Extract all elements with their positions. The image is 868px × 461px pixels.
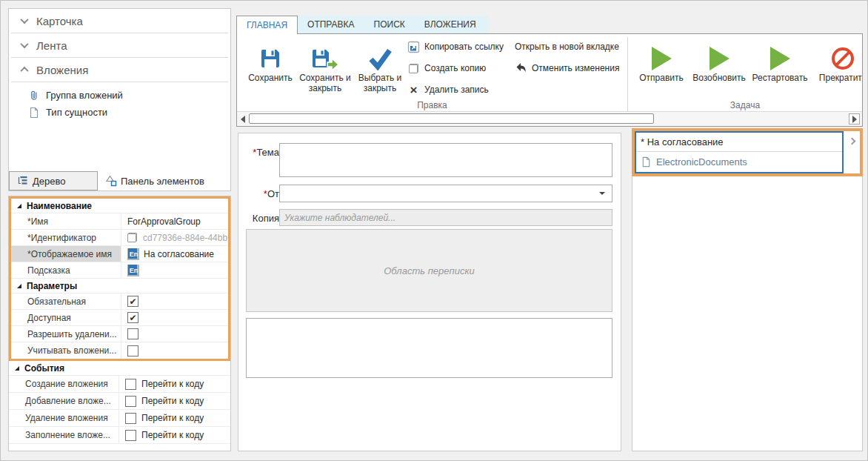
save-button[interactable]: Сохранить	[244, 36, 296, 93]
prohibition-icon	[832, 44, 854, 73]
copy-link-button[interactable]: Копировать ссылку	[407, 39, 504, 54]
scrollbar-thumb[interactable]	[249, 113, 654, 124]
select-and-close-button[interactable]: Выбрать и закрыть	[354, 36, 406, 93]
go-to-code-link[interactable]: Перейти к коду	[141, 430, 204, 440]
checkbox[interactable]	[125, 430, 136, 441]
correspondence-placeholder: Область переписки	[384, 265, 475, 276]
property-value-input[interactable]: ForApprovalGroup	[121, 213, 228, 229]
attachments-children: Группа вложений Тип сущности	[9, 82, 230, 121]
event-row-add: Добавление вложе... Перейти к коду	[9, 393, 230, 410]
checkbox[interactable]	[125, 396, 136, 407]
tree-item-label: Группа вложений	[46, 90, 123, 101]
toolbox-icon	[105, 175, 117, 187]
copy-icon[interactable]	[127, 233, 137, 242]
property-label[interactable]: *Отображаемое имя	[11, 246, 121, 262]
property-value-input[interactable]: En На согласование	[121, 246, 228, 262]
go-to-code-link[interactable]: Перейти к коду	[141, 413, 204, 423]
button-label: Отправить	[639, 73, 684, 83]
property-value-cell	[121, 342, 228, 359]
restart-button[interactable]: Рестартовать	[748, 36, 812, 83]
property-group-header-params[interactable]: Параметры	[11, 279, 228, 293]
tree-item-entity-type[interactable]: Тип сущности	[28, 104, 230, 121]
tab-toolbox[interactable]: Панель элементов	[98, 171, 212, 190]
localization-en-icon[interactable]: En	[127, 265, 139, 276]
play-icon	[652, 44, 672, 73]
checkbox[interactable]	[127, 328, 138, 339]
edit-group-big-buttons: Сохранить Сохранить и закрыть Выбрать и …	[244, 36, 406, 93]
checkbox[interactable]: ✔	[127, 296, 138, 307]
property-value-text: cd77936e-884e-44bb...	[143, 233, 228, 243]
group-expand-zone[interactable]	[844, 131, 860, 173]
save-and-close-button[interactable]: Сохранить и закрыть	[299, 36, 351, 93]
group-label-task: Задача	[627, 100, 863, 110]
go-to-code-link[interactable]: Перейти к коду	[141, 379, 204, 389]
property-group-header-events[interactable]: События	[9, 361, 230, 376]
attachment-item[interactable]: ElectronicDocuments	[636, 152, 842, 171]
ribbon-tab-send[interactable]: ОТПРАВКА	[298, 16, 364, 34]
tree-section-card[interactable]: Карточка	[11, 9, 228, 33]
property-label: *Имя	[11, 213, 121, 229]
button-label: Рестартовать	[752, 73, 807, 83]
ribbon-content: Сохранить Сохранить и закрыть Выбрать и …	[236, 33, 863, 127]
property-value-input[interactable]: En	[121, 262, 228, 278]
button-label: Создать копию	[424, 63, 486, 73]
selected-properties-highlight: Наименование *Имя ForApprovalGroup *Иден…	[9, 196, 230, 361]
checkbox[interactable]: ✔	[127, 312, 138, 323]
delete-x-icon: ×	[407, 84, 420, 96]
tree-icon	[17, 175, 29, 187]
correspondence-area: Область переписки	[246, 229, 612, 312]
tree-section-ribbon[interactable]: Лента	[11, 33, 228, 58]
button-label: Прекратить	[819, 73, 863, 83]
subject-input[interactable]	[279, 143, 612, 177]
ribbon-tab-attachments[interactable]: ВЛОЖЕНИЯ	[415, 16, 486, 34]
property-label: Обязательная	[11, 293, 121, 309]
copy-input[interactable]	[279, 209, 612, 226]
scroll-right-button[interactable]	[849, 113, 860, 125]
attachment-group[interactable]: * На согласование ElectronicDocuments	[635, 131, 844, 173]
send-button[interactable]: Отправить	[632, 36, 690, 83]
structure-tree-panel: Карточка Лента Вложения Группа вложений …	[8, 8, 231, 191]
event-row-delete: Удаление вложения Перейти к коду	[9, 410, 230, 427]
checkbox[interactable]	[127, 345, 138, 356]
tab-label: Панель элементов	[121, 176, 204, 187]
task-group-buttons: Отправить Возобновить Рестартовать Прекр…	[632, 36, 863, 83]
property-value-cell: ✔	[121, 293, 228, 309]
property-value-cell: Перейти к коду	[118, 410, 230, 426]
checkbox[interactable]	[125, 379, 136, 390]
resume-button[interactable]: Возобновить	[690, 36, 748, 83]
property-row-count-attachments: Учитывать вложени...	[11, 342, 228, 359]
delete-record-button[interactable]: × Удалить запись	[407, 82, 504, 97]
property-group-header-naming[interactable]: Наименование	[11, 199, 228, 213]
ribbon-tab-main[interactable]: ГЛАВНАЯ	[236, 16, 298, 34]
open-in-new-tab-button[interactable]: Открыть в новой вкладке	[515, 39, 619, 54]
property-value-input[interactable]: cd77936e-884e-44bb...	[121, 230, 228, 245]
from-label: *От	[244, 188, 279, 199]
button-label: Сохранить и закрыть	[299, 73, 351, 93]
scroll-left-icon[interactable]	[241, 116, 245, 123]
check-icon	[367, 44, 393, 73]
tab-tree[interactable]: Дерево	[9, 171, 98, 190]
checkbox[interactable]	[125, 413, 136, 424]
localization-en-icon[interactable]: En	[127, 248, 139, 260]
tree-section-attachments[interactable]: Вложения	[11, 58, 228, 82]
ribbon-tab-search[interactable]: ПОИСК	[364, 16, 415, 34]
go-to-code-link[interactable]: Перейти к коду	[141, 396, 204, 406]
attachment-group-title[interactable]: * На согласование	[636, 133, 842, 152]
property-row-identifier: *Идентификатор cd77936e-884e-44bb...	[11, 230, 228, 246]
tree-item-attachment-group[interactable]: Группа вложений	[28, 87, 230, 104]
ribbon-hscrollbar[interactable]	[237, 111, 862, 126]
property-row-name: *Имя ForApprovalGroup	[11, 213, 228, 230]
from-dropdown[interactable]	[279, 185, 612, 202]
property-label: Заполнение вложе...	[9, 427, 118, 443]
property-row-available: Доступная ✔	[11, 310, 228, 326]
event-row-create: Создание вложения Перейти к коду	[9, 376, 230, 393]
create-copy-button[interactable]: Создать копию	[407, 61, 504, 76]
copy-label: Копия	[244, 213, 279, 224]
property-label: Удаление вложения	[9, 410, 118, 426]
undo-changes-button[interactable]: Отменить изменения	[515, 61, 619, 76]
active-text-input[interactable]	[246, 318, 612, 378]
group-label-edit: Правка	[237, 100, 627, 110]
play-icon	[710, 44, 730, 73]
property-label: Разрешить удалени...	[11, 326, 121, 342]
abort-button[interactable]: Прекратить	[812, 36, 863, 83]
